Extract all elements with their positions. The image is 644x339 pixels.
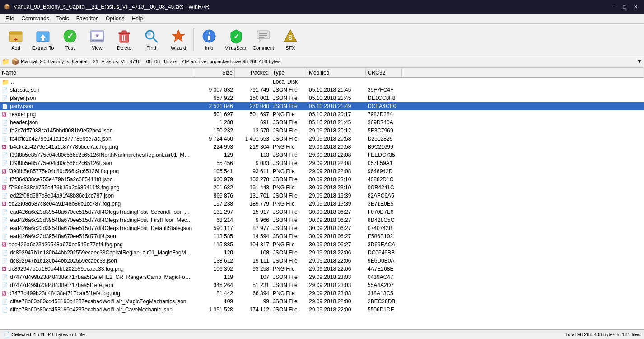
cell-type: JSON File — [271, 232, 307, 240]
table-row[interactable]: 📄d7477d499b23d48438ef717baa5f1efe.json34… — [0, 281, 644, 289]
table-row[interactable]: 📄ed22f08d587c8e04a91f48b86e1cc787.json86… — [0, 192, 644, 200]
menu-help[interactable]: Help — [128, 14, 146, 23]
cell-size: 1 091 528 — [194, 306, 235, 314]
cell-crc: B9C21699 — [366, 143, 402, 151]
extract-to-button[interactable]: Extract To — [30, 26, 56, 53]
comment-label: Comment — [252, 45, 274, 51]
table-row[interactable]: 📄header.json1 288691JSON File05.10.2018 … — [0, 118, 644, 127]
file-icon: 📄 — [2, 299, 8, 305]
cell-size: 224 993 — [194, 143, 235, 151]
table-row[interactable]: 📄cffae78b60b80cd458160b4237ecabadWolfLai… — [0, 297, 644, 306]
cell-type: Local Disk — [271, 78, 307, 86]
file-icon: 🖼 — [2, 185, 7, 190]
table-row[interactable]: 📄f39f8b5e85775e04c80c566c2c65126f.json55… — [0, 159, 644, 167]
cell-modified — [307, 78, 366, 86]
close-button[interactable]: ✕ — [630, 2, 640, 12]
cell-packed: 107 — [235, 273, 271, 281]
file-icon: 📄 — [2, 209, 8, 215]
svg-point-21 — [147, 32, 151, 36]
virusscan-button[interactable]: ✓ VirusScan — [223, 26, 249, 53]
table-row[interactable]: 🖼header.png501 697501 697PNG File05.10.2… — [0, 110, 644, 118]
table-row[interactable]: 🖼d7477d499b23d48438ef717baa5f1efe.fog.pn… — [0, 289, 644, 297]
cell-size: 345 264 — [194, 281, 235, 289]
file-icon: 🖼 — [2, 112, 7, 117]
table-row[interactable]: 📄f7f36d338ce755e479b15a2c685411f8.json66… — [0, 175, 644, 184]
cell-packed: 51 231 — [235, 281, 271, 289]
table-row[interactable]: 📄statistic.json9 007 032791 749JSON File… — [0, 86, 644, 94]
cell-type: JSON File — [271, 151, 307, 159]
table-row[interactable]: 📁..Local Disk — [0, 78, 644, 86]
col-name-header[interactable]: Name — [0, 68, 194, 77]
cell-packed: 131 701 — [235, 192, 271, 200]
cell-size: 9 007 032 — [194, 86, 235, 94]
cell-type: JSON File — [271, 159, 307, 167]
table-row[interactable]: 📄ead426a6c23d39548a670ee515d77df4OlegsTr… — [0, 224, 644, 232]
find-button[interactable]: Find — [138, 26, 164, 53]
cell-crc: 0740742B — [366, 224, 402, 232]
cell-modified: 29.09.2018 22:00 — [307, 297, 366, 306]
wizard-icon — [170, 28, 187, 44]
cell-name: 🖼header.png — [0, 110, 194, 118]
view-button[interactable]: 👁 View — [84, 26, 110, 53]
cell-crc: E586B102 — [366, 232, 402, 240]
path-dropdown-icon[interactable]: ▼ — [637, 58, 642, 65]
cell-modified: 29.09.2018 20:12 — [307, 127, 366, 135]
minimize-button[interactable]: ─ — [609, 2, 619, 12]
menu-file[interactable]: File — [2, 14, 18, 23]
find-icon — [143, 28, 159, 44]
table-row[interactable]: 🖼ead426a6c23d39548a670ee515d77df4.fog.pn… — [0, 240, 644, 249]
cell-name: 📄f7f36d338ce755e479b15a2c685411f8.json — [0, 175, 194, 184]
delete-button[interactable]: Delete — [111, 26, 137, 53]
table-row[interactable]: 📄ead426a6c23d39548a670ee515d77df4.json11… — [0, 232, 644, 240]
col-packed-header[interactable]: Packed — [235, 68, 271, 77]
table-row[interactable]: 📄party.json2 531 846270 048JSON File05.1… — [0, 102, 644, 110]
add-button[interactable]: + Add — [3, 26, 29, 53]
table-row[interactable]: 📄cffae78b60b80cd458160b4237ecabadWolfLai… — [0, 306, 644, 314]
table-row[interactable]: 🖼dc892947b1d180b44bb202559ecaec33.fog.pn… — [0, 265, 644, 273]
path-archive-icon: 📦 — [11, 58, 19, 65]
file-name-text: fb4cffc2c4279e141a1c877785bce7ac.json — [10, 136, 112, 142]
col-type-header[interactable]: Type — [271, 68, 307, 77]
file-name-text: f39f8b5e85775e04c80c566c2c65126f.json — [10, 160, 112, 166]
table-row[interactable]: 📄fb4cffc2c4279e141a1c877785bce7ac.json9 … — [0, 135, 644, 143]
comment-button[interactable]: Comment — [250, 26, 276, 53]
cell-packed: 93 611 — [235, 167, 271, 175]
col-modified-header[interactable]: Modified — [307, 68, 366, 77]
cell-size: 106 392 — [194, 265, 235, 273]
file-icon: 📄 — [2, 274, 8, 280]
status-left: 📄 Selected 2 531 846 bytes in 1 file — [4, 331, 85, 337]
sfx-button[interactable]: S SFX — [277, 26, 303, 53]
wizard-button[interactable]: Wizard — [165, 26, 191, 53]
menu-tools[interactable]: Tools — [53, 14, 73, 23]
table-row[interactable]: 🖼f39f8b5e85775e04c80c566c2c65126f.fog.pn… — [0, 167, 644, 175]
file-name-text: fe2c7dff7988ca145bbd0081b9e52be4.json — [10, 127, 112, 134]
table-row[interactable]: 📄ead426a6c23d39548a670ee515d77df4OlegsTr… — [0, 208, 644, 216]
table-row[interactable]: 🖼fb4cffc2c4279e141a1c877785bce7ac.fog.pn… — [0, 143, 644, 151]
cell-type: PNG File — [271, 200, 307, 208]
col-crc-header[interactable]: CRC32 — [366, 68, 402, 77]
table-row[interactable]: 📄d7477d499b23d48438ef717baa5f1efeHE2_CR_… — [0, 273, 644, 281]
table-row[interactable]: 📄ead426a6c23d39548a670ee515d77df4OlegsTr… — [0, 216, 644, 224]
menu-options[interactable]: Options — [102, 14, 128, 23]
test-button[interactable]: ✓ Test — [57, 26, 83, 53]
cell-packed: 103 270 — [235, 175, 271, 184]
col-size-header[interactable]: Size — [194, 68, 235, 77]
table-row[interactable]: 🖼ed22f08d587c8e04a91f48b86e1cc787.fog.pn… — [0, 200, 644, 208]
menu-commands[interactable]: Commands — [18, 14, 52, 23]
table-row[interactable]: 📄player.json657 922150 001JSON File05.10… — [0, 94, 644, 102]
toolbar: + Add Extract To ✓ Test — [0, 24, 644, 55]
info-button[interactable]: i Info — [196, 26, 222, 53]
cell-size: 68 214 — [194, 216, 235, 224]
table-row[interactable]: 📄dc892947b1d180b44bb202559ecaec33Capital… — [0, 249, 644, 257]
file-icon: 📄 — [2, 87, 8, 93]
file-list[interactable]: 📁..Local Disk📄statistic.json9 007 032791… — [0, 78, 644, 329]
file-icon: 🖼 — [2, 242, 7, 247]
table-row[interactable]: 📄f39f8b5e85775e04c80c566c2c65126fNorthNa… — [0, 151, 644, 159]
maximize-button[interactable]: □ — [620, 2, 630, 12]
table-row[interactable]: 🖼f7f36d338ce755e479b15a2c685411f8.fog.pn… — [0, 184, 644, 192]
menu-favorites[interactable]: Favorites — [73, 14, 102, 23]
title-bar-controls[interactable]: ─ □ ✕ — [609, 2, 640, 12]
table-row[interactable]: 📄fe2c7dff7988ca145bbd0081b9e52be4.json15… — [0, 127, 644, 135]
file-icon: 📄 — [2, 226, 8, 231]
table-row[interactable]: 📄dc892947b1d180b44bb202559ecaec33.json13… — [0, 257, 644, 265]
